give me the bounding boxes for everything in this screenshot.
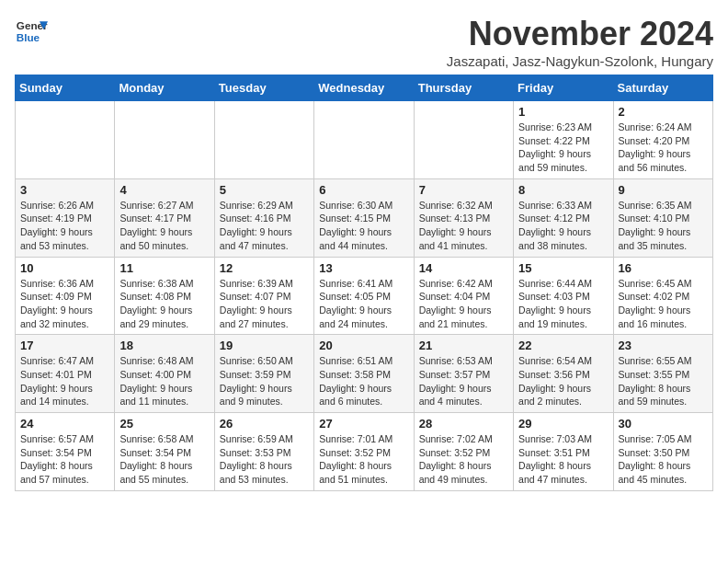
calendar-title: November 2024 (447, 15, 713, 53)
day-info: Sunrise: 6:44 AM Sunset: 4:03 PM Dayligh… (518, 277, 608, 331)
svg-text:Blue: Blue (17, 31, 40, 43)
calendar-cell: 22Sunrise: 6:54 AM Sunset: 3:56 PM Dayli… (514, 335, 613, 413)
day-number: 22 (518, 339, 608, 352)
day-number: 13 (319, 261, 408, 275)
calendar-cell: 9Sunrise: 6:35 AM Sunset: 4:10 PM Daylig… (613, 178, 712, 257)
day-header-saturday: Saturday (613, 75, 712, 101)
day-info: Sunrise: 6:45 AM Sunset: 4:02 PM Dayligh… (619, 277, 708, 331)
day-number: 27 (319, 417, 408, 431)
calendar-cell: 12Sunrise: 6:39 AM Sunset: 4:07 PM Dayli… (214, 257, 313, 335)
calendar-cell: 30Sunrise: 7:05 AM Sunset: 3:50 PM Dayli… (613, 413, 712, 491)
day-number: 14 (419, 261, 508, 275)
calendar-cell: 29Sunrise: 7:03 AM Sunset: 3:51 PM Dayli… (514, 413, 613, 491)
calendar-cell: 13Sunrise: 6:41 AM Sunset: 4:05 PM Dayli… (314, 257, 414, 335)
calendar-cell: 27Sunrise: 7:01 AM Sunset: 3:52 PM Dayli… (314, 413, 414, 491)
calendar-cell: 14Sunrise: 6:42 AM Sunset: 4:04 PM Dayli… (414, 257, 513, 335)
day-number: 30 (619, 417, 708, 431)
calendar-cell: 24Sunrise: 6:57 AM Sunset: 3:54 PM Dayli… (16, 413, 115, 491)
calendar-cell: 28Sunrise: 7:02 AM Sunset: 3:52 PM Dayli… (414, 413, 513, 491)
day-number: 4 (119, 183, 209, 197)
day-number: 20 (319, 339, 408, 352)
day-info: Sunrise: 6:41 AM Sunset: 4:05 PM Dayligh… (319, 277, 408, 331)
logo: General Blue (15, 15, 48, 48)
day-info: Sunrise: 6:57 AM Sunset: 3:54 PM Dayligh… (20, 432, 109, 487)
calendar-table: SundayMondayTuesdayWednesdayThursdayFrid… (15, 75, 713, 491)
calendar-cell (414, 101, 513, 179)
calendar-cell: 21Sunrise: 6:53 AM Sunset: 3:57 PM Dayli… (414, 335, 513, 413)
day-info: Sunrise: 6:35 AM Sunset: 4:10 PM Dayligh… (619, 199, 708, 253)
calendar-cell: 5Sunrise: 6:29 AM Sunset: 4:16 PM Daylig… (214, 178, 313, 257)
calendar-cell: 11Sunrise: 6:38 AM Sunset: 4:08 PM Dayli… (115, 257, 214, 335)
day-number: 26 (220, 417, 309, 431)
day-info: Sunrise: 6:50 AM Sunset: 3:59 PM Dayligh… (220, 354, 309, 408)
day-info: Sunrise: 6:48 AM Sunset: 4:00 PM Dayligh… (119, 354, 209, 408)
day-number: 16 (619, 261, 708, 275)
day-info: Sunrise: 6:27 AM Sunset: 4:17 PM Dayligh… (119, 199, 209, 253)
calendar-cell: 1Sunrise: 6:23 AM Sunset: 4:22 PM Daylig… (514, 101, 613, 179)
calendar-cell: 16Sunrise: 6:45 AM Sunset: 4:02 PM Dayli… (613, 257, 712, 335)
day-number: 1 (518, 105, 608, 119)
day-number: 10 (20, 261, 109, 275)
calendar-week-row: 3Sunrise: 6:26 AM Sunset: 4:19 PM Daylig… (16, 178, 713, 257)
day-number: 25 (119, 417, 209, 431)
day-info: Sunrise: 6:39 AM Sunset: 4:07 PM Dayligh… (220, 277, 309, 331)
calendar-cell (115, 101, 214, 179)
calendar-week-row: 10Sunrise: 6:36 AM Sunset: 4:09 PM Dayli… (16, 257, 713, 335)
day-info: Sunrise: 7:05 AM Sunset: 3:50 PM Dayligh… (619, 432, 708, 487)
day-info: Sunrise: 6:53 AM Sunset: 3:57 PM Dayligh… (419, 354, 508, 408)
day-number: 7 (419, 183, 508, 197)
day-info: Sunrise: 6:23 AM Sunset: 4:22 PM Dayligh… (518, 121, 608, 175)
calendar-cell: 4Sunrise: 6:27 AM Sunset: 4:17 PM Daylig… (115, 178, 214, 257)
day-number: 23 (619, 339, 708, 352)
calendar-cell: 20Sunrise: 6:51 AM Sunset: 3:58 PM Dayli… (314, 335, 414, 413)
title-area: November 2024 Jaszapati, Jasz-Nagykun-Sz… (447, 15, 713, 69)
day-number: 12 (220, 261, 309, 275)
calendar-week-row: 17Sunrise: 6:47 AM Sunset: 4:01 PM Dayli… (16, 335, 713, 413)
day-header-tuesday: Tuesday (214, 75, 313, 101)
day-header-friday: Friday (514, 75, 613, 101)
day-header-sunday: Sunday (16, 75, 115, 101)
calendar-cell: 3Sunrise: 6:26 AM Sunset: 4:19 PM Daylig… (16, 178, 115, 257)
day-header-monday: Monday (115, 75, 214, 101)
day-number: 28 (419, 417, 508, 431)
header: General Blue November 2024 Jaszapati, Ja… (15, 15, 713, 69)
calendar-week-row: 24Sunrise: 6:57 AM Sunset: 3:54 PM Dayli… (16, 413, 713, 491)
day-info: Sunrise: 6:30 AM Sunset: 4:15 PM Dayligh… (319, 199, 408, 253)
calendar-cell: 7Sunrise: 6:32 AM Sunset: 4:13 PM Daylig… (414, 178, 513, 257)
day-number: 11 (119, 261, 209, 275)
day-info: Sunrise: 6:33 AM Sunset: 4:12 PM Dayligh… (518, 199, 608, 253)
day-number: 3 (20, 183, 109, 197)
calendar-cell (314, 101, 414, 179)
calendar-subtitle: Jaszapati, Jasz-Nagykun-Szolonk, Hungary (447, 53, 713, 69)
day-info: Sunrise: 6:42 AM Sunset: 4:04 PM Dayligh… (419, 277, 508, 331)
calendar-cell: 17Sunrise: 6:47 AM Sunset: 4:01 PM Dayli… (16, 335, 115, 413)
day-number: 17 (20, 339, 109, 352)
day-number: 5 (220, 183, 309, 197)
calendar-header-row: SundayMondayTuesdayWednesdayThursdayFrid… (16, 75, 713, 101)
calendar-cell: 8Sunrise: 6:33 AM Sunset: 4:12 PM Daylig… (514, 178, 613, 257)
calendar-cell: 23Sunrise: 6:55 AM Sunset: 3:55 PM Dayli… (613, 335, 712, 413)
day-info: Sunrise: 6:24 AM Sunset: 4:20 PM Dayligh… (619, 121, 708, 175)
day-number: 18 (119, 339, 209, 352)
day-number: 24 (20, 417, 109, 431)
day-info: Sunrise: 6:32 AM Sunset: 4:13 PM Dayligh… (419, 199, 508, 253)
day-number: 15 (518, 261, 608, 275)
day-info: Sunrise: 6:55 AM Sunset: 3:55 PM Dayligh… (619, 354, 708, 408)
calendar-cell (214, 101, 313, 179)
day-number: 29 (518, 417, 608, 431)
calendar-cell: 6Sunrise: 6:30 AM Sunset: 4:15 PM Daylig… (314, 178, 414, 257)
calendar-cell: 26Sunrise: 6:59 AM Sunset: 3:53 PM Dayli… (214, 413, 313, 491)
day-info: Sunrise: 7:03 AM Sunset: 3:51 PM Dayligh… (518, 432, 608, 487)
day-info: Sunrise: 6:29 AM Sunset: 4:16 PM Dayligh… (220, 199, 309, 253)
calendar-cell: 2Sunrise: 6:24 AM Sunset: 4:20 PM Daylig… (613, 101, 712, 179)
calendar-cell: 25Sunrise: 6:58 AM Sunset: 3:54 PM Dayli… (115, 413, 214, 491)
day-info: Sunrise: 6:51 AM Sunset: 3:58 PM Dayligh… (319, 354, 408, 408)
calendar-cell: 18Sunrise: 6:48 AM Sunset: 4:00 PM Dayli… (115, 335, 214, 413)
calendar-cell: 15Sunrise: 6:44 AM Sunset: 4:03 PM Dayli… (514, 257, 613, 335)
calendar-cell: 10Sunrise: 6:36 AM Sunset: 4:09 PM Dayli… (16, 257, 115, 335)
day-header-wednesday: Wednesday (314, 75, 414, 101)
day-number: 19 (220, 339, 309, 352)
day-info: Sunrise: 6:26 AM Sunset: 4:19 PM Dayligh… (20, 199, 109, 253)
day-number: 9 (619, 183, 708, 197)
day-number: 2 (619, 105, 708, 119)
